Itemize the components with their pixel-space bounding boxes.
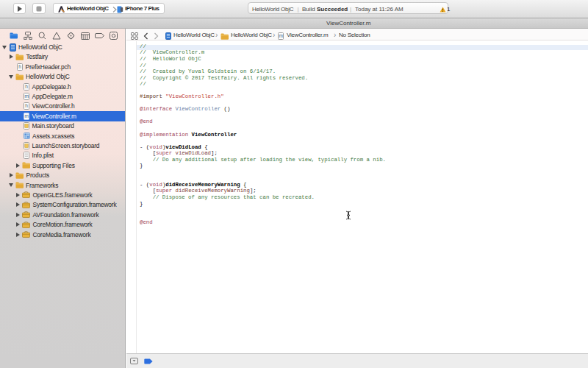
svg-text:h: h [25,84,28,89]
svg-text:m: m [24,113,28,118]
svg-text:h: h [25,104,28,109]
svg-text:h: h [18,64,21,69]
svg-text:m: m [279,33,282,38]
svg-text:m: m [24,93,28,99]
